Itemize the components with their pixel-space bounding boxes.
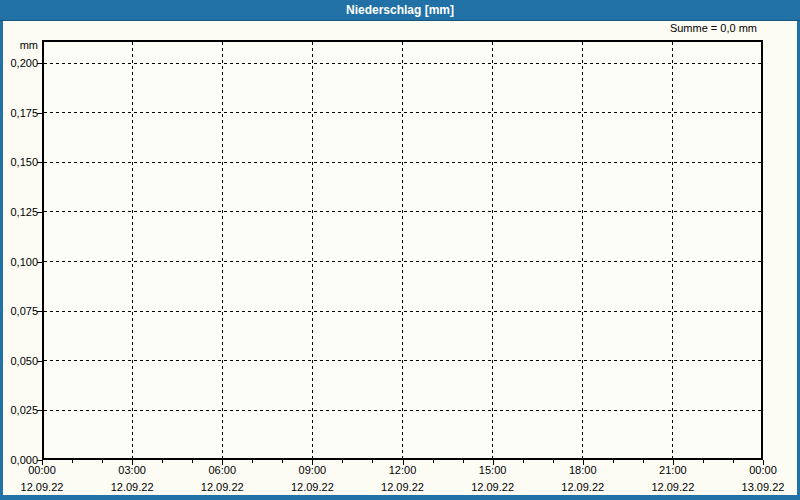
x-date-label: 12.09.22 — [192, 481, 252, 493]
y-tick-label: 0,075 — [0, 305, 38, 317]
chart-title: Niederschlag [mm] — [346, 3, 454, 17]
v-gridline — [132, 42, 133, 458]
x-minor-tick-mark — [162, 460, 163, 463]
x-date-label: 12.09.22 — [463, 481, 523, 493]
x-minor-tick-mark — [613, 460, 614, 463]
y-axis-unit-label: mm — [0, 39, 38, 51]
x-date-label: 12.09.22 — [373, 481, 433, 493]
chart-titlebar: Niederschlag [mm] — [0, 0, 800, 21]
x-date-label: 13.09.22 — [733, 481, 793, 493]
v-gridline — [222, 42, 223, 458]
window-border-bottom — [0, 495, 800, 500]
x-date-label: 12.09.22 — [643, 481, 703, 493]
x-minor-tick-mark — [703, 460, 704, 463]
x-time-label: 09:00 — [282, 464, 342, 476]
y-tick-label: 0,125 — [0, 206, 38, 218]
y-tick-label: 0,050 — [0, 355, 38, 367]
x-minor-tick-mark — [192, 460, 193, 463]
y-tick-label: 0,200 — [0, 57, 38, 69]
x-time-label: 18:00 — [553, 464, 613, 476]
sum-annotation: Summe = 0,0 mm — [670, 22, 757, 34]
chart-window: Niederschlag [mm] Summe = 0,0 mm mm 0,20… — [0, 0, 800, 500]
x-date-label: 12.09.22 — [553, 481, 613, 493]
x-time-label: 21:00 — [643, 464, 703, 476]
x-minor-tick-mark — [342, 460, 343, 463]
x-time-label: 00:00 — [12, 464, 72, 476]
v-gridline — [402, 42, 403, 458]
v-gridline — [312, 42, 313, 458]
x-date-label: 12.09.22 — [12, 481, 72, 493]
x-date-label: 12.09.22 — [102, 481, 162, 493]
x-minor-tick-mark — [72, 460, 73, 463]
x-minor-tick-mark — [372, 460, 373, 463]
v-gridline — [672, 42, 673, 458]
v-gridline — [492, 42, 493, 458]
x-time-label: 06:00 — [192, 464, 252, 476]
y-tick-label: 0,100 — [0, 256, 38, 268]
x-date-label: 12.09.22 — [282, 481, 342, 493]
y-tick-label: 0,150 — [0, 156, 38, 168]
x-time-label: 12:00 — [373, 464, 433, 476]
x-minor-tick-mark — [433, 460, 434, 463]
x-time-label: 03:00 — [102, 464, 162, 476]
x-minor-tick-mark — [463, 460, 464, 463]
x-minor-tick-mark — [282, 460, 283, 463]
x-time-label: 15:00 — [463, 464, 523, 476]
window-border-left — [0, 21, 3, 500]
x-minor-tick-mark — [553, 460, 554, 463]
x-minor-tick-mark — [643, 460, 644, 463]
v-gridline — [582, 42, 583, 458]
x-time-label: 00:00 — [733, 464, 793, 476]
x-minor-tick-mark — [252, 460, 253, 463]
x-minor-tick-mark — [523, 460, 524, 463]
y-tick-label: 0,025 — [0, 404, 38, 416]
y-tick-label: 0,175 — [0, 107, 38, 119]
x-minor-tick-mark — [102, 460, 103, 463]
x-minor-tick-mark — [733, 460, 734, 463]
